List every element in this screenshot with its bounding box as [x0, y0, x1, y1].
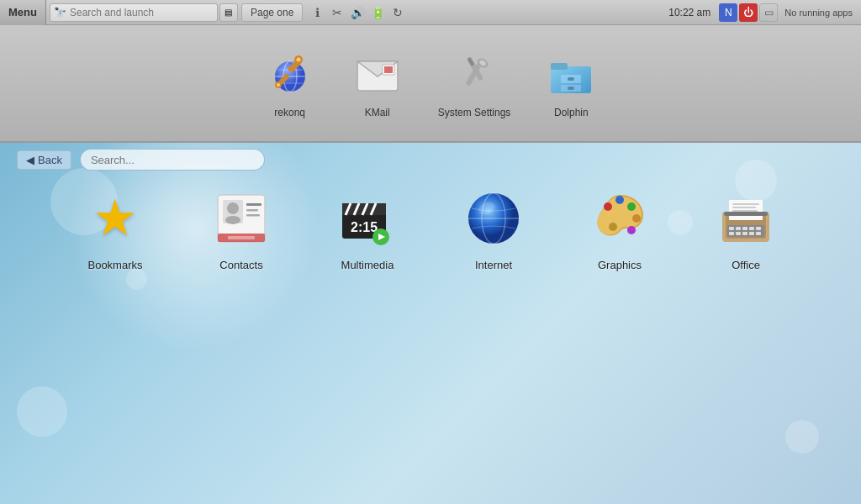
svg-rect-25 [568, 87, 574, 90]
bookmarks-label: Bookmarks [87, 259, 142, 271]
svg-text:2:15: 2:15 [351, 220, 378, 234]
star-icon: ★ [92, 193, 138, 244]
app-shelf: rekonq KMail [0, 25, 861, 143]
app-grid: ★ Bookmarks [0, 185, 861, 271]
multimedia-icon: 2:15 [334, 185, 401, 252]
binoculars-icon: 🔭 [50, 7, 70, 18]
kmail-label: KMail [365, 107, 390, 118]
svg-point-51 [632, 214, 641, 223]
svg-rect-59 [742, 227, 747, 230]
dolphin-label: Dolphin [554, 107, 589, 118]
back-button[interactable]: ◀ Back [17, 150, 71, 170]
search-launch-input[interactable] [70, 7, 196, 18]
svg-rect-63 [736, 232, 741, 235]
svg-point-50 [627, 202, 636, 211]
grid-app-office[interactable]: Office [704, 185, 788, 271]
grid-app-graphics[interactable]: Graphics [578, 185, 662, 271]
svg-rect-61 [756, 227, 761, 230]
system-settings-label: System Settings [438, 107, 511, 118]
office-icon [712, 185, 779, 252]
svg-rect-21 [551, 63, 568, 70]
system-tray: N ⏻ ▭ No running apps [716, 3, 861, 22]
shelf-app-rekonq[interactable]: rekonq [263, 48, 317, 118]
page-label: Page one [251, 7, 293, 18]
svg-rect-71 [724, 212, 768, 216]
multimedia-label: Multimedia [341, 259, 394, 271]
svg-rect-58 [736, 227, 741, 230]
svg-rect-57 [729, 227, 734, 230]
svg-rect-62 [729, 232, 734, 235]
battery-icon[interactable]: 🔋 [368, 3, 387, 22]
office-label: Office [732, 259, 760, 271]
rekonq-icon [263, 48, 317, 102]
bubble-5 [17, 386, 67, 437]
taskbar-icons: ℹ ✂ 🔊 🔋 ↻ [308, 3, 407, 22]
svg-rect-34 [228, 236, 255, 239]
svg-point-29 [225, 216, 240, 224]
contacts-label: Contacts [219, 259, 262, 271]
svg-point-48 [604, 202, 612, 211]
kmail-icon [351, 48, 404, 102]
shelf-app-system-settings[interactable]: System Settings [438, 48, 511, 118]
svg-point-7 [296, 58, 300, 62]
grid-app-multimedia[interactable]: 2:15 Multimedia [325, 185, 409, 271]
grid-app-bookmarks[interactable]: ★ Bookmarks [73, 185, 157, 271]
svg-rect-68 [732, 203, 759, 205]
graphics-icon [586, 185, 653, 252]
svg-point-49 [615, 196, 624, 204]
menu-label: Menu [8, 6, 37, 18]
dolphin-icon [544, 48, 598, 102]
svg-rect-60 [749, 227, 754, 230]
svg-rect-32 [246, 214, 260, 217]
bookmarks-icon: ★ [82, 185, 149, 252]
page-indicator[interactable]: Page one [241, 3, 303, 22]
main-area: ◀ Back ★ Bookmarks [0, 143, 861, 504]
svg-rect-64 [742, 232, 747, 235]
svg-rect-66 [756, 232, 761, 235]
nav-bar: ◀ Back [0, 143, 861, 176]
svg-point-53 [609, 223, 617, 231]
grid-app-contacts[interactable]: Contacts [199, 185, 283, 271]
search-launch-bar[interactable]: 🔭 [50, 3, 218, 22]
shelf-app-dolphin[interactable]: Dolphin [544, 48, 598, 118]
search-input[interactable] [80, 149, 265, 171]
menu-button[interactable]: Menu [0, 0, 46, 25]
refresh-icon[interactable]: ↻ [388, 3, 407, 22]
svg-rect-14 [384, 66, 393, 73]
clock: 10:22 am [668, 7, 716, 18]
no-running-apps: No running apps [779, 8, 858, 18]
page-expand-button[interactable]: ▤ [219, 3, 238, 22]
internet-label: Internet [475, 259, 512, 271]
back-label: Back [38, 154, 62, 166]
graphics-label: Graphics [598, 259, 642, 271]
svg-rect-30 [246, 203, 261, 206]
network-icon[interactable]: N [719, 3, 737, 22]
info-icon[interactable]: ℹ [308, 3, 326, 22]
volume-icon[interactable]: 🔊 [348, 3, 367, 22]
svg-rect-65 [749, 232, 754, 235]
scissors-icon[interactable]: ✂ [328, 3, 346, 22]
svg-rect-31 [246, 209, 258, 212]
grid-app-internet[interactable]: Internet [452, 185, 536, 271]
taskbar: Menu 🔭 ▤ Page one ℹ ✂ 🔊 🔋 ↻ 10:22 am N ⏻… [0, 0, 861, 25]
svg-point-10 [277, 83, 280, 87]
shelf-app-kmail[interactable]: KMail [351, 48, 404, 118]
system-settings-icon [447, 48, 501, 102]
svg-rect-23 [568, 77, 574, 81]
rekonq-label: rekonq [274, 107, 305, 118]
screen-icon[interactable]: ▭ [759, 3, 778, 22]
internet-icon [460, 185, 527, 252]
back-arrow-icon: ◀ [26, 154, 34, 166]
svg-rect-70 [732, 210, 758, 212]
svg-point-28 [227, 202, 239, 214]
bubble-4 [785, 420, 819, 454]
svg-point-52 [627, 226, 636, 234]
contacts-icon [208, 185, 275, 252]
power-icon[interactable]: ⏻ [739, 3, 758, 22]
svg-rect-69 [732, 207, 756, 208]
